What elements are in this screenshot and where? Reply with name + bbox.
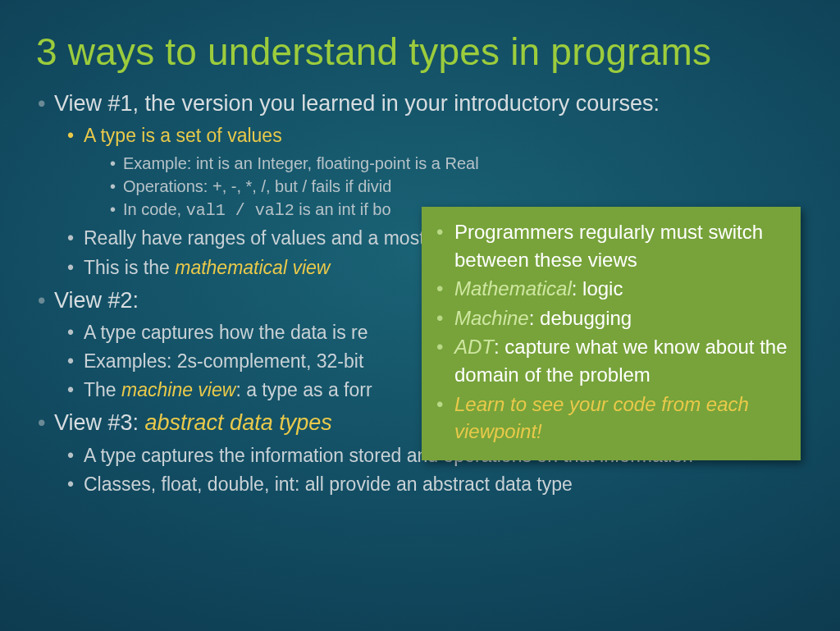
view2-s3c: : a type as a forr (235, 379, 372, 400)
callout-l4: ADT: capture what we know about the doma… (433, 333, 789, 388)
view1-sub3b: mathematical view (175, 257, 330, 278)
callout-l2: Mathematical: logic (433, 275, 789, 303)
callout-l4a: ADT (454, 336, 494, 358)
view3-heading-b: abstract data types (145, 410, 332, 435)
callout-l3b: : debugging (529, 307, 632, 329)
view1-sub1-text: A type is a set of values (84, 125, 282, 146)
slide-title: 3 ways to understand types in programs (36, 30, 804, 74)
view3-s2: Classes, float, double, int: all provide… (66, 472, 804, 497)
view2-s3a: The (84, 379, 121, 400)
callout-l4b: : capture what we know about the domain … (454, 336, 788, 386)
view1-sub3a: This is the (84, 257, 175, 278)
view2-heading-text: View #2: (54, 288, 139, 313)
view1-ex3-code: val1 / val2 (186, 201, 294, 220)
callout-l3a: Machine (454, 307, 529, 329)
view1-ex2: Operations: +, -, *, /, but / fails if d… (108, 175, 804, 198)
callout-box: Programmers regularly must switch betwee… (422, 207, 801, 460)
slide: 3 ways to understand types in programs V… (0, 0, 840, 631)
callout-l2a: Mathematical (454, 277, 572, 299)
callout-l3: Machine: debugging (433, 304, 789, 332)
view1-ex3c: is an int if bo (294, 200, 391, 218)
callout-l5-text: Learn to see your code from each viewpoi… (454, 393, 749, 443)
callout-l1: Programmers regularly must switch betwee… (433, 218, 789, 273)
callout-l5: Learn to see your code from each viewpoi… (433, 391, 789, 446)
callout-l2b: : logic (572, 277, 623, 299)
view1-ex3a: In code, (123, 200, 186, 218)
view2-s3b: machine view (121, 379, 235, 400)
view3-heading-a: View #3: (54, 410, 145, 435)
view1-ex1: Example: int is an Integer, floating-poi… (108, 152, 804, 175)
view1-heading-text: View #1, the version you learned in your… (54, 91, 660, 116)
